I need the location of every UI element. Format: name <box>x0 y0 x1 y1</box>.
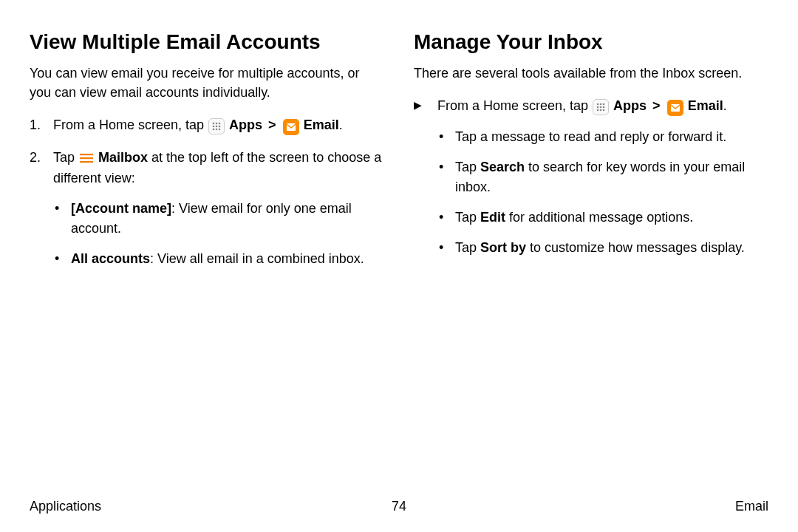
svg-rect-12 <box>80 161 93 163</box>
b2-pre: Tap <box>455 160 480 174</box>
arrow-list: From a Home screen, tap Apps > Email. Ta… <box>414 96 768 258</box>
bullet-sortby: Tap Sort by to customize how messages di… <box>437 238 768 258</box>
apps-label: Apps <box>229 117 262 132</box>
email-label: Email <box>688 98 723 113</box>
hamburger-icon <box>79 152 94 164</box>
apps-icon <box>208 118 225 134</box>
email-icon <box>667 100 683 116</box>
sub-account-name: [Account name]: View email for only one … <box>53 199 384 239</box>
svg-point-16 <box>597 106 599 108</box>
sub2-bold: All accounts <box>71 251 150 266</box>
svg-point-21 <box>603 109 605 111</box>
svg-point-19 <box>597 109 599 111</box>
step-2: Tap Mailbox at the top left of the scree… <box>30 148 384 270</box>
svg-rect-10 <box>80 154 93 155</box>
bullet-search: Tap Search to search for key words in yo… <box>437 157 768 197</box>
svg-rect-11 <box>80 157 93 159</box>
left-column: View Multiple Email Accounts You can vie… <box>30 30 384 281</box>
svg-point-14 <box>600 103 602 105</box>
svg-point-5 <box>219 125 221 127</box>
inbox-tools-list: Tap a message to read and reply or forwa… <box>437 127 768 258</box>
sub2-rest: : View all email in a combined inbox. <box>150 251 364 266</box>
svg-point-7 <box>216 128 218 130</box>
step2-sublist: [Account name]: View email for only one … <box>53 199 384 269</box>
lead-right: There are several tools available from t… <box>414 64 768 83</box>
heading-manage-inbox: Manage Your Inbox <box>414 30 768 55</box>
sub-all-accounts: All accounts: View all email in a combin… <box>53 249 384 269</box>
footer-right: Email <box>735 499 768 514</box>
page-footer: Applications 74 Email <box>30 499 768 514</box>
main-columns: View Multiple Email Accounts You can vie… <box>30 30 768 281</box>
b4-post: to customize how messages display. <box>526 240 745 255</box>
period: . <box>339 117 343 132</box>
apps-label: Apps <box>613 98 647 113</box>
svg-point-13 <box>597 103 599 105</box>
mailbox-label: Mailbox <box>98 150 148 165</box>
bullet-read: Tap a message to read and reply or forwa… <box>437 127 768 147</box>
svg-rect-9 <box>287 123 296 131</box>
svg-point-18 <box>603 106 605 108</box>
step-1: From a Home screen, tap Apps > Email. <box>30 115 384 136</box>
period: . <box>723 98 727 113</box>
arrow-text-pre: From a Home screen, tap <box>437 98 592 113</box>
apps-icon <box>593 99 609 115</box>
svg-point-3 <box>213 125 215 127</box>
svg-point-17 <box>600 106 602 108</box>
svg-point-20 <box>600 109 602 111</box>
b4-bold: Sort by <box>480 240 526 255</box>
step2-text-pre: Tap <box>53 150 78 165</box>
svg-point-2 <box>219 122 221 124</box>
b4-pre: Tap <box>455 240 480 255</box>
svg-point-8 <box>219 128 221 130</box>
sub1-bold: [Account name] <box>71 201 171 216</box>
svg-point-1 <box>216 122 218 124</box>
footer-left: Applications <box>30 499 101 514</box>
svg-point-0 <box>213 122 215 124</box>
svg-point-4 <box>216 125 218 127</box>
bullet-edit: Tap Edit for additional message options. <box>437 208 768 228</box>
steps-list: From a Home screen, tap Apps > Email. Ta… <box>30 115 384 270</box>
right-column: Manage Your Inbox There are several tool… <box>414 30 768 281</box>
chevron: > <box>268 117 276 132</box>
b3-pre: Tap <box>455 210 480 225</box>
svg-point-6 <box>213 128 215 130</box>
chevron: > <box>652 98 661 113</box>
arrow-item: From a Home screen, tap Apps > Email. Ta… <box>414 96 768 258</box>
b1-text: Tap a message to read and reply or forwa… <box>455 129 726 144</box>
heading-view-multiple: View Multiple Email Accounts <box>30 30 384 55</box>
svg-rect-22 <box>671 104 680 112</box>
footer-page-number: 74 <box>392 499 406 514</box>
lead-left: You can view email you receive for multi… <box>30 64 384 102</box>
email-label: Email <box>304 117 339 132</box>
svg-point-15 <box>603 103 605 105</box>
email-icon <box>283 119 299 135</box>
step1-text-pre: From a Home screen, tap <box>53 117 208 132</box>
b2-bold: Search <box>480 160 525 174</box>
b3-bold: Edit <box>480 210 505 225</box>
b3-post: for additional message options. <box>505 210 693 225</box>
